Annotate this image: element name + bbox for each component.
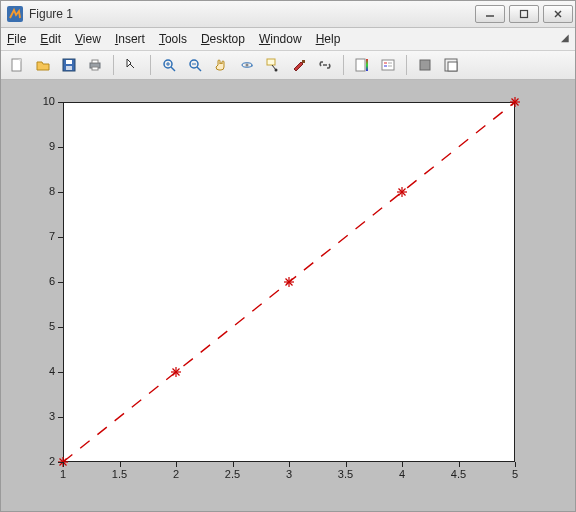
menu-edit[interactable]: Edit (40, 32, 61, 46)
y-tick-label: 5 (33, 320, 55, 332)
menubar-overflow-icon[interactable]: ◢ (561, 32, 569, 43)
x-tick-label: 5 (505, 468, 525, 480)
menubar: File Edit View Insert Tools Desktop Wind… (1, 28, 575, 51)
print-figure-button[interactable] (83, 53, 107, 77)
minimize-button[interactable] (475, 5, 505, 23)
menu-view[interactable]: View (75, 32, 101, 46)
svg-rect-12 (92, 67, 98, 70)
new-figure-button[interactable] (5, 53, 29, 77)
x-tick-label: 2.5 (223, 468, 243, 480)
svg-rect-11 (92, 60, 98, 63)
menu-insert[interactable]: Insert (115, 32, 145, 46)
y-tick-label: 7 (33, 230, 55, 242)
x-tick-label: 4.5 (449, 468, 469, 480)
x-tick-label: 4 (392, 468, 412, 480)
titlebar: Figure 1 (1, 1, 575, 28)
rotate-3d-button[interactable] (235, 53, 259, 77)
menu-window[interactable]: Window (259, 32, 302, 46)
toolbar-separator (150, 55, 151, 75)
y-tick-label: 6 (33, 275, 55, 287)
data-cursor-button[interactable] (261, 53, 285, 77)
y-tick-label: 10 (33, 95, 55, 107)
svg-rect-8 (66, 60, 72, 64)
svg-rect-9 (66, 66, 72, 70)
figure-window: Figure 1 File Edit View Insert Tools Des… (0, 0, 576, 512)
svg-rect-35 (420, 60, 430, 70)
menu-help[interactable]: Help (316, 32, 341, 46)
brush-button[interactable] (287, 53, 311, 77)
svg-rect-23 (267, 59, 275, 65)
insert-colorbar-button[interactable] (350, 53, 374, 77)
show-plot-tools-button[interactable] (439, 53, 463, 77)
zoom-in-button[interactable] (157, 53, 181, 77)
x-tick-label: 1.5 (110, 468, 130, 480)
svg-point-22 (246, 64, 249, 67)
svg-point-25 (275, 69, 278, 72)
hide-plot-tools-button[interactable] (413, 53, 437, 77)
axes[interactable] (63, 102, 515, 462)
link-plots-button[interactable] (313, 53, 337, 77)
y-tick-label: 8 (33, 185, 55, 197)
svg-line-15 (171, 67, 175, 71)
svg-rect-30 (382, 60, 394, 70)
svg-rect-29 (366, 59, 368, 71)
save-figure-button[interactable] (57, 53, 81, 77)
y-tick-label: 3 (33, 410, 55, 422)
window-title: Figure 1 (29, 7, 471, 21)
toolbar-separator (343, 55, 344, 75)
x-tick-label: 2 (166, 468, 186, 480)
svg-rect-28 (356, 59, 365, 71)
svg-rect-2 (521, 11, 528, 18)
toolbar-separator (406, 55, 407, 75)
close-button[interactable] (543, 5, 573, 23)
svg-rect-5 (12, 59, 21, 71)
menu-file[interactable]: File (7, 32, 26, 46)
insert-legend-button[interactable] (376, 53, 400, 77)
plot-area[interactable]: 11.522.533.544.552345678910 (1, 80, 575, 511)
zoom-out-button[interactable] (183, 53, 207, 77)
x-tick-label: 3 (279, 468, 299, 480)
y-tick-label: 9 (33, 140, 55, 152)
x-tick-label: 1 (53, 468, 73, 480)
y-tick-label: 4 (33, 365, 55, 377)
open-file-button[interactable] (31, 53, 55, 77)
svg-line-19 (197, 67, 201, 71)
svg-line-13 (130, 64, 134, 68)
pan-button[interactable] (209, 53, 233, 77)
y-tick-label: 2 (33, 455, 55, 467)
svg-rect-37 (448, 62, 457, 71)
menu-tools[interactable]: Tools (159, 32, 187, 46)
svg-rect-26 (302, 60, 305, 63)
matlab-icon (7, 6, 23, 22)
x-tick-label: 3.5 (336, 468, 356, 480)
toolbar (1, 51, 575, 80)
menu-desktop[interactable]: Desktop (201, 32, 245, 46)
edit-plot-button[interactable] (120, 53, 144, 77)
toolbar-separator (113, 55, 114, 75)
maximize-button[interactable] (509, 5, 539, 23)
